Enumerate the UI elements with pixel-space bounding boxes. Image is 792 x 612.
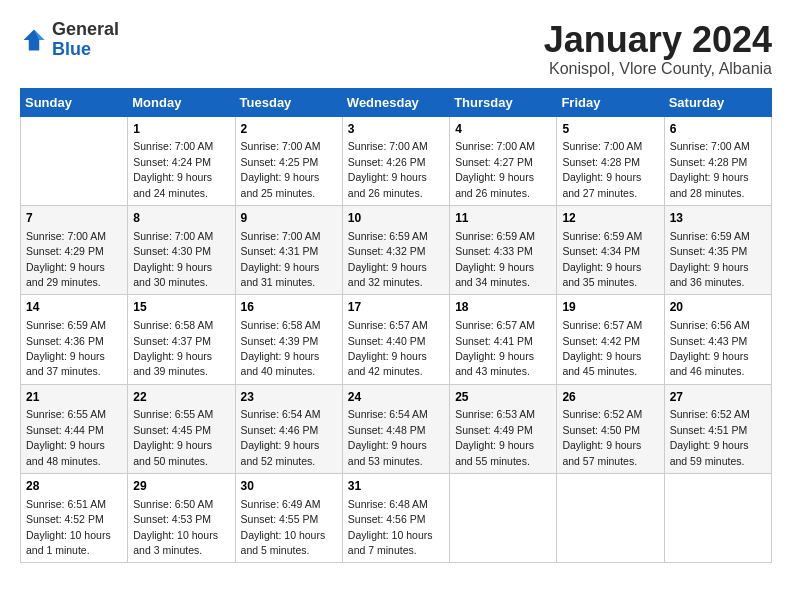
day-number: 30 [241, 478, 337, 495]
day-number: 1 [133, 121, 229, 138]
table-row: 21Sunrise: 6:55 AMSunset: 4:44 PMDayligh… [21, 384, 128, 473]
logo-blue-text: Blue [52, 39, 91, 59]
day-info: Sunrise: 7:00 AMSunset: 4:28 PMDaylight:… [562, 140, 642, 198]
day-info: Sunrise: 6:54 AMSunset: 4:48 PMDaylight:… [348, 408, 428, 466]
day-info: Sunrise: 6:58 AMSunset: 4:37 PMDaylight:… [133, 319, 213, 377]
table-row [557, 474, 664, 563]
day-number: 4 [455, 121, 551, 138]
header-wednesday: Wednesday [342, 88, 449, 116]
table-row: 28Sunrise: 6:51 AMSunset: 4:52 PMDayligh… [21, 474, 128, 563]
day-info: Sunrise: 6:57 AMSunset: 4:41 PMDaylight:… [455, 319, 535, 377]
day-info: Sunrise: 6:48 AMSunset: 4:56 PMDaylight:… [348, 498, 433, 556]
table-row: 29Sunrise: 6:50 AMSunset: 4:53 PMDayligh… [128, 474, 235, 563]
day-number: 25 [455, 389, 551, 406]
day-info: Sunrise: 7:00 AMSunset: 4:30 PMDaylight:… [133, 230, 213, 288]
day-info: Sunrise: 6:52 AMSunset: 4:50 PMDaylight:… [562, 408, 642, 466]
day-info: Sunrise: 6:51 AMSunset: 4:52 PMDaylight:… [26, 498, 111, 556]
day-info: Sunrise: 6:57 AMSunset: 4:40 PMDaylight:… [348, 319, 428, 377]
day-number: 3 [348, 121, 444, 138]
day-number: 17 [348, 299, 444, 316]
header-saturday: Saturday [664, 88, 771, 116]
day-number: 2 [241, 121, 337, 138]
table-row: 31Sunrise: 6:48 AMSunset: 4:56 PMDayligh… [342, 474, 449, 563]
logo-icon [20, 26, 48, 54]
table-row: 10Sunrise: 6:59 AMSunset: 4:32 PMDayligh… [342, 205, 449, 294]
day-info: Sunrise: 6:55 AMSunset: 4:45 PMDaylight:… [133, 408, 213, 466]
day-info: Sunrise: 6:50 AMSunset: 4:53 PMDaylight:… [133, 498, 218, 556]
title-section: January 2024 Konispol, Vlore County, Alb… [544, 20, 772, 78]
logo-general-text: General [52, 19, 119, 39]
table-row [450, 474, 557, 563]
day-info: Sunrise: 6:57 AMSunset: 4:42 PMDaylight:… [562, 319, 642, 377]
table-row [664, 474, 771, 563]
table-row [21, 116, 128, 205]
day-number: 19 [562, 299, 658, 316]
day-info: Sunrise: 6:59 AMSunset: 4:34 PMDaylight:… [562, 230, 642, 288]
header-tuesday: Tuesday [235, 88, 342, 116]
table-row: 23Sunrise: 6:54 AMSunset: 4:46 PMDayligh… [235, 384, 342, 473]
day-info: Sunrise: 7:00 AMSunset: 4:31 PMDaylight:… [241, 230, 321, 288]
calendar-week-row: 14Sunrise: 6:59 AMSunset: 4:36 PMDayligh… [21, 295, 772, 384]
day-number: 10 [348, 210, 444, 227]
calendar-table: Sunday Monday Tuesday Wednesday Thursday… [20, 88, 772, 564]
table-row: 8Sunrise: 7:00 AMSunset: 4:30 PMDaylight… [128, 205, 235, 294]
calendar-header-row: Sunday Monday Tuesday Wednesday Thursday… [21, 88, 772, 116]
table-row: 9Sunrise: 7:00 AMSunset: 4:31 PMDaylight… [235, 205, 342, 294]
day-number: 23 [241, 389, 337, 406]
logo: General Blue [20, 20, 119, 60]
table-row: 19Sunrise: 6:57 AMSunset: 4:42 PMDayligh… [557, 295, 664, 384]
location-title: Konispol, Vlore County, Albania [544, 60, 772, 78]
day-info: Sunrise: 6:56 AMSunset: 4:43 PMDaylight:… [670, 319, 750, 377]
day-info: Sunrise: 6:49 AMSunset: 4:55 PMDaylight:… [241, 498, 326, 556]
day-info: Sunrise: 7:00 AMSunset: 4:25 PMDaylight:… [241, 140, 321, 198]
day-info: Sunrise: 6:52 AMSunset: 4:51 PMDaylight:… [670, 408, 750, 466]
header-sunday: Sunday [21, 88, 128, 116]
day-number: 14 [26, 299, 122, 316]
calendar-week-row: 21Sunrise: 6:55 AMSunset: 4:44 PMDayligh… [21, 384, 772, 473]
table-row: 15Sunrise: 6:58 AMSunset: 4:37 PMDayligh… [128, 295, 235, 384]
table-row: 4Sunrise: 7:00 AMSunset: 4:27 PMDaylight… [450, 116, 557, 205]
table-row: 22Sunrise: 6:55 AMSunset: 4:45 PMDayligh… [128, 384, 235, 473]
table-row: 7Sunrise: 7:00 AMSunset: 4:29 PMDaylight… [21, 205, 128, 294]
day-number: 29 [133, 478, 229, 495]
day-info: Sunrise: 6:59 AMSunset: 4:35 PMDaylight:… [670, 230, 750, 288]
day-info: Sunrise: 6:59 AMSunset: 4:36 PMDaylight:… [26, 319, 106, 377]
day-number: 9 [241, 210, 337, 227]
day-info: Sunrise: 6:59 AMSunset: 4:32 PMDaylight:… [348, 230, 428, 288]
table-row: 6Sunrise: 7:00 AMSunset: 4:28 PMDaylight… [664, 116, 771, 205]
table-row: 30Sunrise: 6:49 AMSunset: 4:55 PMDayligh… [235, 474, 342, 563]
day-number: 20 [670, 299, 766, 316]
calendar-week-row: 7Sunrise: 7:00 AMSunset: 4:29 PMDaylight… [21, 205, 772, 294]
day-number: 8 [133, 210, 229, 227]
day-number: 27 [670, 389, 766, 406]
table-row: 5Sunrise: 7:00 AMSunset: 4:28 PMDaylight… [557, 116, 664, 205]
day-info: Sunrise: 6:58 AMSunset: 4:39 PMDaylight:… [241, 319, 321, 377]
table-row: 20Sunrise: 6:56 AMSunset: 4:43 PMDayligh… [664, 295, 771, 384]
header-friday: Friday [557, 88, 664, 116]
day-number: 5 [562, 121, 658, 138]
table-row: 26Sunrise: 6:52 AMSunset: 4:50 PMDayligh… [557, 384, 664, 473]
table-row: 12Sunrise: 6:59 AMSunset: 4:34 PMDayligh… [557, 205, 664, 294]
header-thursday: Thursday [450, 88, 557, 116]
table-row: 14Sunrise: 6:59 AMSunset: 4:36 PMDayligh… [21, 295, 128, 384]
day-number: 12 [562, 210, 658, 227]
header: General Blue January 2024 Konispol, Vlor… [20, 20, 772, 78]
day-number: 6 [670, 121, 766, 138]
day-number: 15 [133, 299, 229, 316]
day-info: Sunrise: 6:53 AMSunset: 4:49 PMDaylight:… [455, 408, 535, 466]
day-info: Sunrise: 6:59 AMSunset: 4:33 PMDaylight:… [455, 230, 535, 288]
day-info: Sunrise: 7:00 AMSunset: 4:27 PMDaylight:… [455, 140, 535, 198]
header-monday: Monday [128, 88, 235, 116]
table-row: 13Sunrise: 6:59 AMSunset: 4:35 PMDayligh… [664, 205, 771, 294]
table-row: 3Sunrise: 7:00 AMSunset: 4:26 PMDaylight… [342, 116, 449, 205]
table-row: 27Sunrise: 6:52 AMSunset: 4:51 PMDayligh… [664, 384, 771, 473]
table-row: 18Sunrise: 6:57 AMSunset: 4:41 PMDayligh… [450, 295, 557, 384]
day-number: 24 [348, 389, 444, 406]
day-info: Sunrise: 7:00 AMSunset: 4:29 PMDaylight:… [26, 230, 106, 288]
table-row: 16Sunrise: 6:58 AMSunset: 4:39 PMDayligh… [235, 295, 342, 384]
month-title: January 2024 [544, 20, 772, 60]
calendar-week-row: 1Sunrise: 7:00 AMSunset: 4:24 PMDaylight… [21, 116, 772, 205]
day-info: Sunrise: 7:00 AMSunset: 4:28 PMDaylight:… [670, 140, 750, 198]
day-number: 18 [455, 299, 551, 316]
day-number: 26 [562, 389, 658, 406]
